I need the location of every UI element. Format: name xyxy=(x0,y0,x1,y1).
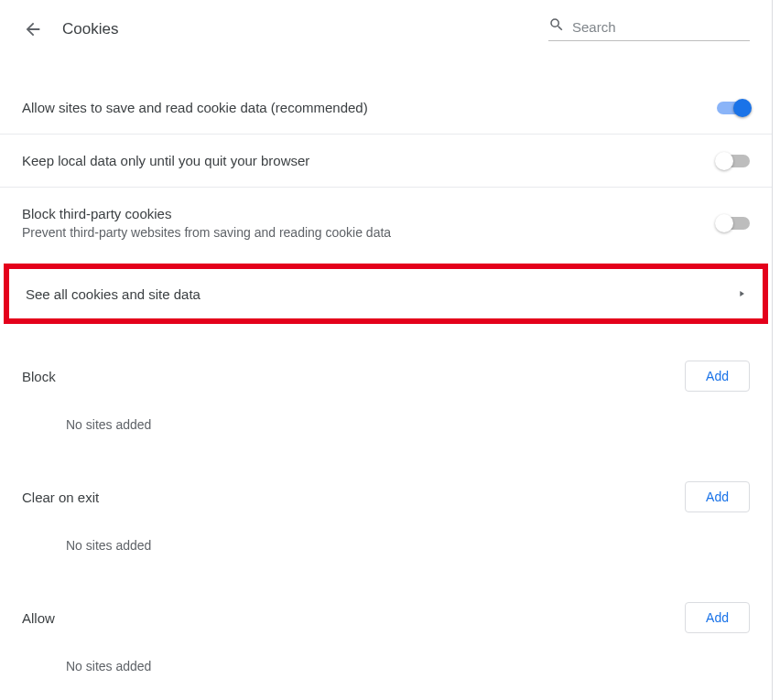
chevron-right-icon xyxy=(737,285,746,302)
toggle-allow-sites[interactable] xyxy=(717,102,750,114)
allow-empty-message: No sites added xyxy=(0,641,772,692)
search-container[interactable] xyxy=(548,16,750,41)
section-block: Block Add xyxy=(0,361,772,392)
row-keep-local[interactable]: Keep local data only until you quit your… xyxy=(0,135,772,188)
back-arrow-icon[interactable] xyxy=(22,18,44,40)
row-title: See all cookies and site data xyxy=(26,286,737,302)
search-icon xyxy=(548,16,565,37)
toggle-keep-local[interactable] xyxy=(717,155,750,167)
section-title: Block xyxy=(22,369,685,384)
toggle-block-third-party[interactable] xyxy=(717,217,750,230)
row-see-all-cookies[interactable]: See all cookies and site data xyxy=(4,264,768,324)
section-title: Allow xyxy=(22,610,685,626)
section-allow: Allow Add xyxy=(0,602,772,633)
block-empty-message: No sites added xyxy=(0,399,772,450)
row-title: Keep local data only until you quit your… xyxy=(22,153,717,168)
add-allow-button[interactable]: Add xyxy=(685,602,750,633)
search-input[interactable] xyxy=(572,19,750,35)
row-subtitle: Prevent third-party websites from saving… xyxy=(22,225,717,240)
row-title: Allow sites to save and read cookie data… xyxy=(22,100,717,115)
add-clear-exit-button[interactable]: Add xyxy=(685,481,750,512)
row-allow-sites[interactable]: Allow sites to save and read cookie data… xyxy=(0,81,772,135)
page-title: Cookies xyxy=(62,20,118,38)
page-header: Cookies xyxy=(0,0,772,58)
add-block-button[interactable]: Add xyxy=(685,361,750,392)
row-block-third-party[interactable]: Block third-party cookies Prevent third-… xyxy=(0,188,772,258)
section-title: Clear on exit xyxy=(22,490,685,505)
clear-exit-empty-message: No sites added xyxy=(0,520,772,571)
row-title: Block third-party cookies xyxy=(22,206,717,221)
section-clear-on-exit: Clear on exit Add xyxy=(0,481,772,512)
